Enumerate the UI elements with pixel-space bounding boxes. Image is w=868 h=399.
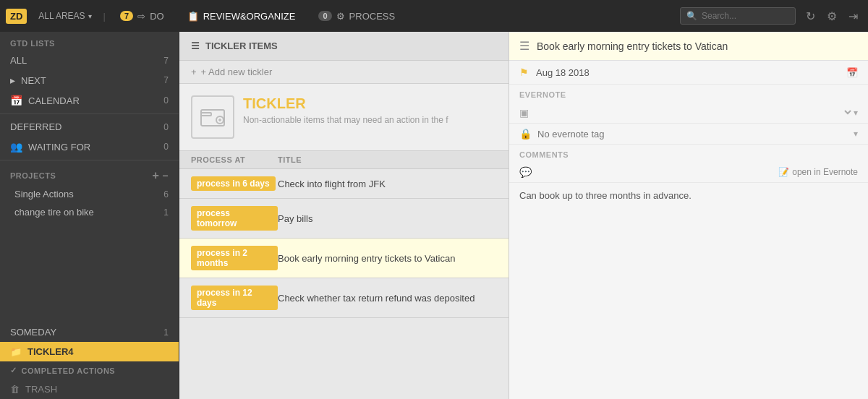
checkmark-icon: ✓ bbox=[10, 366, 17, 375]
svg-rect-1 bbox=[201, 113, 211, 116]
logout-icon[interactable]: ⇥ bbox=[844, 7, 862, 26]
evernote-link-icon: 📝 bbox=[778, 167, 789, 177]
tickler-rows: process in 6 days Check into flight from… bbox=[179, 169, 509, 318]
tickler-row-title-0: Check into flight from JFK bbox=[278, 179, 497, 189]
detail-date-row: ⚑ Aug 18 2018 📅 bbox=[509, 61, 868, 85]
zd-logo: ZD bbox=[6, 9, 27, 24]
all-areas-button[interactable]: ALL AREAS ▾ bbox=[33, 8, 97, 24]
process-badge: 0 bbox=[318, 11, 331, 21]
tickler-row-1[interactable]: process tomorrow Pay bills bbox=[179, 199, 509, 239]
open-in-evernote-button[interactable]: 📝 open in Evernote bbox=[778, 167, 858, 177]
process-nav-button[interactable]: 0 ⚙ PROCESS bbox=[310, 7, 404, 26]
tickler-row-title-3: Check whether tax return refund was depo… bbox=[278, 293, 497, 304]
panel-header-icon: ☰ bbox=[191, 40, 200, 51]
tickler-panel-header: ☰ TICKLER ITEMS bbox=[179, 32, 509, 61]
calendar-picker-icon[interactable]: 📅 bbox=[846, 67, 858, 78]
review-icon: 📋 bbox=[187, 11, 199, 22]
comments-header: 💬 📝 open in Evernote bbox=[509, 162, 868, 183]
main-layout: GTD LISTS ALL 7 ▸ NEXT 7 📅 CALENDAR 0 DE… bbox=[0, 32, 868, 399]
tickler-icon: 📁 bbox=[10, 346, 22, 357]
refresh-icon[interactable]: ↻ bbox=[801, 7, 820, 26]
process-icon: ⚙ bbox=[336, 11, 345, 22]
detail-panel: ☰ ⚑ Aug 18 2018 📅 EVERNOTE ▣ ▾ 🔒 ▾ COMME… bbox=[509, 32, 868, 399]
review-organize-nav-button[interactable]: 📋 REVIEW&ORGANIZE bbox=[179, 7, 305, 26]
sidebar-item-someday[interactable]: SOMEDAY 1 bbox=[0, 322, 179, 342]
evernote-notebook-chevron: ▾ bbox=[854, 108, 858, 118]
plus-icon: + bbox=[191, 66, 197, 77]
tickler-row-title-2: Book early morning entry tickets to Vati… bbox=[278, 253, 497, 264]
sidebar-item-tickler[interactable]: 📁 TICKLER 4 bbox=[0, 342, 179, 361]
trash-icon: 🗑 bbox=[10, 384, 20, 395]
tickler-count: 4 bbox=[68, 346, 73, 357]
hamburger-icon[interactable]: ☰ bbox=[519, 39, 529, 53]
search-icon: 🔍 bbox=[686, 11, 697, 21]
evernote-notebook-row: ▣ ▾ bbox=[509, 102, 868, 124]
comments-section-label: COMMENTS bbox=[509, 145, 868, 162]
gtd-lists-header: GTD LISTS bbox=[0, 32, 179, 51]
do-icon: ⇨ bbox=[137, 11, 145, 22]
tickler-row-2[interactable]: process in 2 months Book early morning e… bbox=[179, 239, 509, 278]
evernote-notebook-select[interactable] bbox=[535, 106, 854, 119]
process-badge-3: process in 12 days bbox=[191, 286, 278, 310]
waiting-icon: 👥 bbox=[10, 141, 22, 153]
process-badge-1: process tomorrow bbox=[191, 206, 278, 231]
sidebar-item-next[interactable]: ▸ NEXT 7 bbox=[0, 70, 179, 90]
tickler-description: TICKLER Non-actionable items that may ne… bbox=[243, 95, 448, 139]
add-tickler-button[interactable]: + + Add new tickler bbox=[179, 61, 509, 84]
detail-header: ☰ bbox=[509, 32, 868, 61]
do-nav-button[interactable]: 7 ⇨ DO bbox=[111, 7, 173, 26]
detail-title-input[interactable] bbox=[537, 40, 858, 52]
sidebar-item-waiting[interactable]: 👥 WAITING FOR 0 bbox=[0, 137, 179, 157]
search-bar[interactable]: 🔍 bbox=[680, 7, 796, 25]
sidebar-item-completed[interactable]: ✓ COMPLETED ACTIONS bbox=[0, 361, 179, 379]
evernote-notebook-icon: ▣ bbox=[519, 107, 529, 119]
detail-date: Aug 18 2018 bbox=[536, 67, 846, 78]
tickler-row-3[interactable]: process in 12 days Check whether tax ret… bbox=[179, 278, 509, 318]
process-badge-0: process in 6 days bbox=[191, 176, 276, 191]
chevron-down-icon: ▾ bbox=[88, 12, 92, 20]
tickler-row-title-1: Pay bills bbox=[278, 213, 497, 224]
sidebar: GTD LISTS ALL 7 ▸ NEXT 7 📅 CALENDAR 0 DE… bbox=[0, 32, 179, 399]
sidebar-item-trash[interactable]: 🗑 TRASH bbox=[0, 379, 179, 399]
flag-icon: ⚑ bbox=[519, 66, 529, 78]
process-badge-2: process in 2 months bbox=[191, 246, 278, 270]
tickler-table-header: PROCESS AT TITLE bbox=[179, 151, 509, 169]
collapse-projects-button[interactable]: − bbox=[162, 170, 169, 181]
project-single-actions[interactable]: Single Actions 6 bbox=[0, 185, 179, 203]
search-input[interactable] bbox=[702, 11, 810, 21]
evernote-tag-input[interactable] bbox=[537, 129, 854, 140]
evernote-tag-chevron: ▾ bbox=[854, 129, 858, 139]
topbar-icons: ↻ ⚙ ⇥ bbox=[801, 7, 862, 26]
do-badge: 7 bbox=[120, 11, 133, 21]
tickler-folder-icon bbox=[191, 95, 234, 139]
sidebar-item-calendar[interactable]: 📅 CALENDAR 0 bbox=[0, 90, 179, 111]
tickler-panel: ☰ TICKLER ITEMS + + Add new tickler TICK… bbox=[179, 32, 509, 399]
evernote-section-label: EVERNOTE bbox=[509, 85, 868, 102]
project-change-tire[interactable]: change tire on bike 1 bbox=[0, 203, 179, 221]
projects-header: PROJECTS + − bbox=[0, 163, 179, 185]
comments-icon: 💬 bbox=[519, 166, 532, 178]
next-icon: ▸ bbox=[10, 74, 15, 86]
tickler-info-box: TICKLER Non-actionable items that may ne… bbox=[179, 84, 509, 151]
settings-icon[interactable]: ⚙ bbox=[822, 7, 841, 26]
evernote-tag-row: 🔒 ▾ bbox=[509, 124, 868, 145]
comment-text: Can book up to three months in advance. bbox=[509, 183, 868, 208]
evernote-tag-icon: 🔒 bbox=[519, 128, 532, 140]
add-project-button[interactable]: + bbox=[152, 169, 159, 182]
tickler-row-0[interactable]: process in 6 days Check into flight from… bbox=[179, 169, 509, 199]
sidebar-item-deferred[interactable]: DEFERRED 0 bbox=[0, 117, 179, 137]
topbar: ZD ALL AREAS ▾ | 7 ⇨ DO 📋 REVIEW&ORGANIZ… bbox=[0, 0, 868, 32]
calendar-icon: 📅 bbox=[10, 95, 22, 106]
sidebar-item-all[interactable]: ALL 7 bbox=[0, 51, 179, 70]
